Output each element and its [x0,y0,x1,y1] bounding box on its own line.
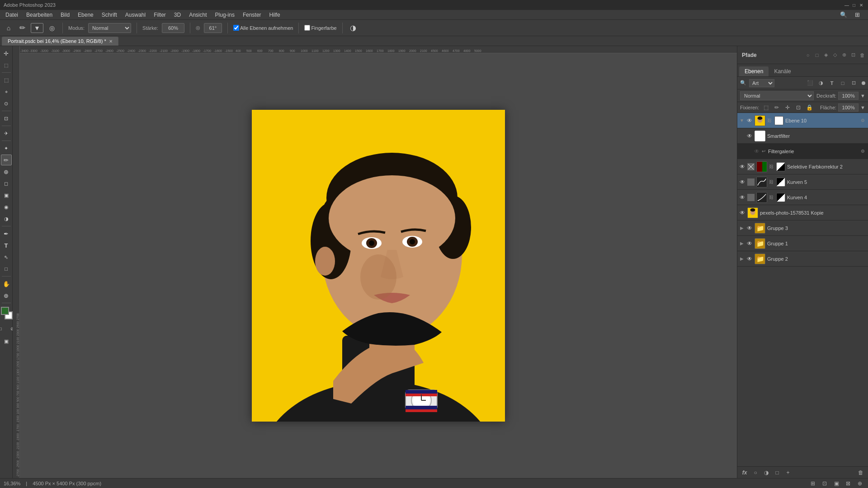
options-filtergalerie[interactable]: ⚙ [859,148,866,155]
menu-hilfe[interactable]: Hilfe [266,11,284,19]
gradient-tool[interactable]: ▣ [1,190,12,201]
visibility-curves4[interactable]: 👁 [739,194,745,201]
finger-color-label[interactable]: Fingerfarbe [304,25,336,31]
menu-auswahl[interactable]: Auswahl [122,11,149,19]
move-tool[interactable]: ✛ [1,48,12,59]
tab-close-btn[interactable]: ✕ [109,39,113,44]
close-button[interactable]: ✕ [858,2,864,8]
menu-bild[interactable]: Bild [57,11,73,19]
expand-gruppe3[interactable]: ▶ [739,225,745,231]
layer-tool-type[interactable]: T [827,79,836,88]
menu-schrift[interactable]: Schrift [98,11,121,19]
type-tool[interactable]: T [1,240,12,251]
visibility-filtergalerie[interactable]: 👁 [754,148,760,155]
brush-icon-btn[interactable]: ✏ [17,23,27,33]
menu-ebene[interactable]: Ebene [74,11,97,19]
select-rect-tool[interactable]: ⬚ [1,75,12,85]
shape-tool[interactable]: □ [1,263,12,274]
blur-tool[interactable]: ◉ [1,202,12,212]
spot-heal-tool[interactable]: ✦ [1,143,12,154]
lock-all[interactable]: 🔒 [805,103,813,112]
strength-input[interactable] [162,23,184,33]
menu-fenster[interactable]: Fenster [239,11,265,19]
layer-blend-select[interactable]: Normal Multiplizieren Bildschirm Weiches… [740,91,814,100]
panel-icon-stroke[interactable]: ◇ [831,51,839,59]
lock-brush[interactable]: ✏ [773,103,781,112]
menu-datei[interactable]: Datei [2,11,22,19]
visibility-curves5[interactable]: 👁 [739,179,745,185]
foreground-color-swatch[interactable] [1,307,9,315]
panel-icon-square[interactable]: □ [813,51,821,59]
expand-icon-ebene10[interactable]: ▼ [739,118,745,123]
add-layer-button[interactable]: + [783,468,793,477]
layer-tool-adjust[interactable]: ◑ [816,79,826,88]
layer-gruppe3[interactable]: ▶ 👁 📁 Gruppe 3 [737,221,868,236]
layer-curves4[interactable]: 👁 ⛓ Kurven 4 [737,190,868,205]
quick-select-tool[interactable]: ⊙ [1,98,12,109]
add-adjustment-button[interactable]: ◑ [762,468,771,477]
menu-bearbeiten[interactable]: Bearbeiten [23,11,56,19]
visibility-gruppe1[interactable]: 👁 [746,240,753,247]
panel-icon-circle[interactable]: ○ [804,51,812,59]
layer-filtergalerie[interactable]: 👁 ↩ Filtergalerie ⚙ [737,144,868,159]
minimize-button[interactable]: — [844,2,850,8]
artboard-tool[interactable]: ⬚ [1,60,12,70]
capture-all-checkbox[interactable] [233,25,239,31]
maximize-button[interactable]: □ [851,2,857,8]
layer-tool-pixel[interactable]: ⬛ [806,79,815,88]
layer-curves5[interactable]: 👁 ⛓ Kurven 5 [737,174,868,190]
layer-gruppe2[interactable]: ▶ 👁 📁 Gruppe 2 [737,251,868,267]
document-tab[interactable]: Portrait.psdc bei 16,4% (Ebene 10, RGB/8… [2,37,118,46]
layer-type-select[interactable]: Art Name Effekt [749,79,774,87]
layer-ebene10[interactable]: ▼ 👁 ⛓ Ebene 10 ⚙ [737,113,868,128]
screen-mode-btn[interactable]: ▣ [1,336,12,347]
lock-checkerboard[interactable]: ⬚ [762,103,770,112]
menu-ansicht[interactable]: Ansicht [185,11,210,19]
expand-gruppe1[interactable]: ▶ [739,241,745,246]
search-button[interactable]: 🔍 [838,10,849,20]
status-icon-4[interactable]: ⊠ [844,479,853,488]
brush-size-icon[interactable]: ◎ [47,23,57,33]
layer-pexels[interactable]: 👁 pexels-photo-1578531 Kopie [737,205,868,221]
menu-3d[interactable]: 3D [170,11,184,19]
dodge-tool[interactable]: ◑ [1,213,12,224]
layer-gruppe1[interactable]: ▶ 👁 📁 Gruppe 1 [737,236,868,251]
status-icon-3[interactable]: ▣ [832,479,841,488]
blend-mode-select[interactable]: Normal Multiplizieren Bildschirm [88,23,131,33]
brush-tool[interactable]: ✏ [1,155,12,165]
add-group-button[interactable]: □ [773,468,782,477]
panel-icon-save[interactable]: ⊕ [840,51,848,59]
status-icon-5[interactable]: ⊕ [855,479,864,488]
clone-tool[interactable]: ⊕ [1,166,12,177]
layer-tool-shape[interactable]: □ [838,79,847,88]
status-icon-1[interactable]: ⊞ [808,479,817,488]
visibility-selective[interactable]: 👁 [739,164,745,170]
tab-kanaele[interactable]: Kanäle [769,66,796,76]
pen-tool[interactable]: ✒ [1,228,12,239]
status-icon-2[interactable]: ⊡ [820,479,829,488]
finger-color-checkbox[interactable] [304,25,310,31]
layer-tool-smart[interactable]: ⊡ [849,79,858,88]
visibility-ebene10[interactable]: 👁 [746,117,753,124]
panel-icon-folder[interactable]: ⊡ [849,51,857,59]
visibility-gruppe3[interactable]: 👁 [746,225,753,231]
layer-tool-dot[interactable] [862,81,865,85]
capture-all-label[interactable]: Alle Ebenen aufnehmen [233,25,293,31]
standard-mode-btn[interactable]: □ [0,323,6,334]
visibility-smartfilter[interactable]: 👁 [746,133,753,139]
lasso-tool[interactable]: ⌖ [1,86,12,97]
brush-options-icon[interactable]: ▼ [31,23,43,33]
delete-layer-button[interactable]: 🗑 [856,468,865,477]
path-select-tool[interactable]: ⇖ [1,252,12,263]
zoom-tool[interactable]: ⊕ [1,290,12,301]
visibility-pexels[interactable]: 👁 [739,210,745,216]
expand-gruppe2[interactable]: ▶ [739,256,745,262]
options-ebene10[interactable]: ⚙ [859,117,866,124]
eyedropper-tool[interactable]: ✈ [1,128,12,139]
lock-move[interactable]: ✛ [783,103,792,112]
menu-filter[interactable]: Filter [150,11,170,19]
hand-tool[interactable]: ✋ [1,278,12,289]
fx-button[interactable]: fx [740,468,749,477]
add-mask-button[interactable]: ○ [751,468,760,477]
home-icon[interactable]: ⌂ [4,23,14,33]
